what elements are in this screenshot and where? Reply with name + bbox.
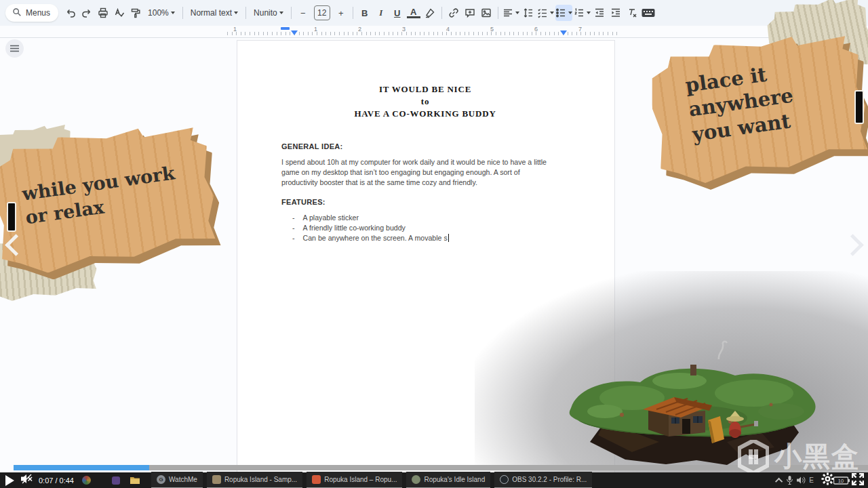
ruler-ticks bbox=[227, 32, 617, 35]
play-button[interactable] bbox=[5, 475, 14, 486]
video-player-controls: 0:07 / 0:44 bbox=[0, 472, 74, 488]
doc-title-line1: IT WOULD BE NICE bbox=[237, 84, 614, 95]
doc-paragraph-line: I spend about 10h at my computer for wor… bbox=[281, 158, 547, 166]
decrease-font-size-button[interactable]: − bbox=[296, 5, 311, 21]
highlight-color-button[interactable] bbox=[422, 5, 437, 21]
taskbar-window-ropuka-page[interactable]: Ropuka Island – Ropu... bbox=[307, 472, 402, 488]
spellcheck-button[interactable] bbox=[112, 5, 127, 21]
align-button[interactable] bbox=[502, 5, 519, 21]
volume-icon[interactable] bbox=[797, 476, 806, 484]
time-display: 0:07 / 0:44 bbox=[39, 476, 74, 485]
menus-search-button[interactable]: Menus bbox=[5, 4, 58, 22]
ropuka-sample-icon bbox=[212, 475, 221, 484]
paragraph-style-select[interactable]: Normal text bbox=[186, 5, 242, 21]
watermark: 小黑盒 bbox=[738, 438, 860, 475]
increase-font-size-button[interactable]: + bbox=[334, 5, 349, 21]
increase-indent-button[interactable] bbox=[608, 5, 623, 21]
line-spacing-button[interactable] bbox=[521, 5, 536, 21]
watermark-text: 小黑盒 bbox=[774, 438, 860, 475]
tray-language[interactable]: E bbox=[809, 476, 814, 484]
heybox-logo-icon bbox=[738, 440, 769, 474]
italic-button[interactable]: I bbox=[374, 5, 389, 21]
purple-app-icon[interactable] bbox=[112, 476, 120, 485]
menus-label: Menus bbox=[26, 8, 50, 18]
chevron-down-icon bbox=[279, 12, 283, 14]
checklist-button[interactable] bbox=[537, 5, 554, 21]
chevron-down-icon bbox=[550, 12, 554, 14]
video-progress-fill bbox=[14, 465, 149, 470]
windows-taskbar: G WatchMe Ropuka Island - Samp... Ropuka… bbox=[0, 472, 868, 488]
watchme-icon: G bbox=[157, 475, 165, 484]
font-size-input[interactable]: 12 bbox=[314, 5, 330, 20]
taskbar-window-obs[interactable]: OBS 30.2.2 - Profile: R... bbox=[494, 472, 592, 488]
fullscreen-icon[interactable] bbox=[852, 473, 864, 488]
text-color-button[interactable]: A bbox=[406, 5, 421, 21]
text-cursor bbox=[448, 234, 450, 242]
ropuka-page-icon bbox=[312, 475, 321, 484]
ropuka-idle-island-icon bbox=[412, 475, 420, 484]
insert-image-button[interactable] bbox=[479, 5, 494, 21]
underline-button[interactable]: U bbox=[390, 5, 405, 21]
search-icon bbox=[12, 7, 22, 19]
chevron-down-icon bbox=[234, 12, 238, 14]
clear-formatting-button[interactable] bbox=[625, 5, 639, 21]
doc-title-line2: to bbox=[237, 96, 614, 107]
cardboard-clip bbox=[7, 202, 16, 232]
chevron-down-icon bbox=[515, 12, 519, 14]
carousel-next-arrow[interactable] bbox=[842, 234, 864, 256]
print-button[interactable] bbox=[96, 5, 111, 21]
doc-paragraph-line: game on my desktop that isn’t too engagi… bbox=[281, 168, 520, 176]
tray-expand-chevron-icon[interactable] bbox=[777, 478, 783, 483]
file-explorer-icon[interactable] bbox=[130, 476, 140, 485]
zoom-select[interactable]: 100% bbox=[144, 5, 179, 21]
doc-heading-features: FEATURES: bbox=[281, 198, 326, 206]
numbered-list-button[interactable] bbox=[574, 5, 591, 21]
first-line-indent-marker[interactable] bbox=[281, 27, 290, 30]
add-comment-button[interactable] bbox=[462, 5, 477, 21]
bold-button[interactable]: B bbox=[357, 5, 372, 21]
chrome-icon[interactable] bbox=[82, 476, 91, 485]
microphone-icon[interactable] bbox=[787, 476, 793, 485]
doc-heading-general-idea: GENERAL IDEA: bbox=[281, 142, 342, 150]
sticker-left: while you work or relax bbox=[0, 129, 221, 271]
obs-icon bbox=[500, 475, 509, 484]
mute-icon[interactable] bbox=[21, 474, 33, 487]
doc-paragraph-line: productivity booster that is at the same… bbox=[281, 178, 477, 186]
taskbar-window-ropuka-idle-island[interactable]: Ropuka's Idle Island bbox=[406, 472, 490, 488]
player-settings-gear-icon[interactable] bbox=[821, 472, 834, 488]
video-frame: Menus 100% Normal text Nunito − 12 + B I… bbox=[0, 0, 868, 488]
taskbar-window-ropuka-sample[interactable]: Ropuka Island - Samp... bbox=[207, 472, 302, 488]
chevron-down-icon bbox=[171, 12, 175, 14]
decrease-indent-button[interactable] bbox=[592, 5, 607, 21]
right-indent-marker[interactable] bbox=[560, 30, 567, 35]
doc-bullet-item: -A playable sticker bbox=[292, 214, 359, 222]
document-outline-button[interactable] bbox=[5, 39, 24, 58]
taskbar-window-watchme[interactable]: G WatchMe bbox=[151, 472, 203, 488]
chevron-down-icon bbox=[587, 12, 591, 14]
cardboard-clip bbox=[854, 90, 864, 124]
chevron-down-icon bbox=[568, 12, 572, 14]
doc-bullet-item: -A friendly little co-working buddy bbox=[292, 224, 406, 232]
sticker-right: place it anywhere you want bbox=[648, 19, 868, 182]
insert-link-button[interactable] bbox=[446, 5, 461, 21]
font-select[interactable]: Nunito bbox=[250, 5, 288, 21]
redo-button[interactable] bbox=[79, 5, 94, 21]
left-indent-marker[interactable] bbox=[291, 30, 298, 35]
paint-format-button[interactable] bbox=[128, 5, 143, 21]
bulleted-list-button[interactable] bbox=[555, 5, 572, 21]
doc-bullet-item: -Can be anywhere on the screen. A movabl… bbox=[292, 234, 449, 242]
undo-button[interactable] bbox=[63, 5, 78, 21]
doc-title-line3: HAVE A CO-WORKING BUDDY bbox=[237, 108, 614, 119]
